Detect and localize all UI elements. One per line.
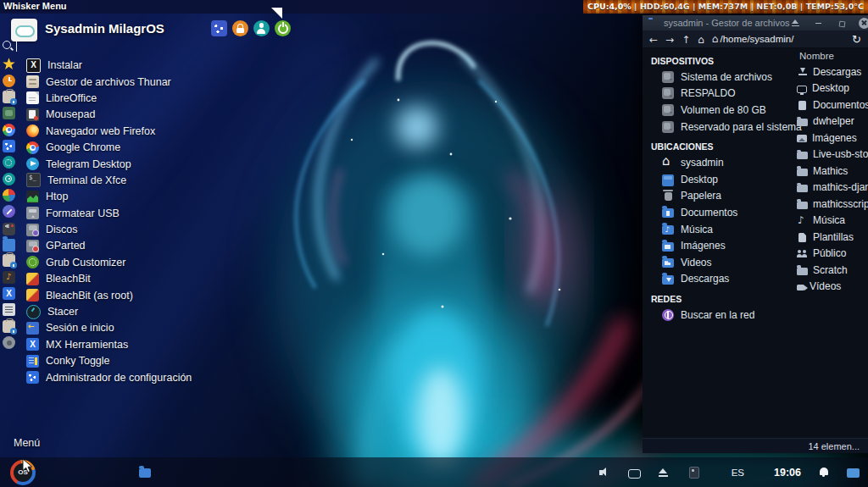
category-item[interactable] <box>3 236 15 252</box>
file-row[interactable]: Plantillas <box>797 229 868 246</box>
file-row[interactable]: mathicsscript <box>797 196 868 213</box>
sidebar-item[interactable]: Imágenes <box>651 237 797 254</box>
sidebar-item[interactable]: RESPALDO <box>651 86 797 102</box>
toolbar: /home/sysadmin/ ↻ <box>643 30 868 48</box>
logout-icon[interactable] <box>275 20 291 36</box>
category-item[interactable] <box>3 219 15 235</box>
file-row[interactable]: Live-usb-stora <box>797 147 868 163</box>
category-item[interactable] <box>3 121 15 137</box>
category-item[interactable] <box>3 105 15 121</box>
back-button[interactable] <box>649 31 658 47</box>
file-row[interactable]: Música <box>797 213 868 230</box>
category-item[interactable] <box>3 72 15 88</box>
category-item[interactable] <box>3 302 15 318</box>
file-row[interactable]: Vídeos <box>797 279 868 296</box>
user-switch-icon[interactable] <box>253 20 270 36</box>
reload-button[interactable]: ↻ <box>852 33 861 46</box>
app-item[interactable]: Grub Customizer <box>26 254 281 270</box>
category-item[interactable] <box>3 187 15 203</box>
tray-item[interactable] <box>687 466 702 479</box>
app-item[interactable]: Terminal de Xfce <box>26 172 281 188</box>
user-avatar[interactable] <box>11 19 37 42</box>
category-item[interactable] <box>3 252 15 268</box>
category-item[interactable] <box>3 56 15 72</box>
tray-item[interactable]: ES <box>718 466 744 479</box>
file-row[interactable]: dwhelper <box>797 113 868 130</box>
bottom-panel: OS <box>0 457 868 487</box>
settings-action-icon[interactable] <box>211 20 227 36</box>
category-item[interactable] <box>3 318 15 335</box>
forward-button[interactable] <box>665 31 674 47</box>
app-item[interactable]: Mousepad <box>26 107 281 123</box>
home-button[interactable] <box>698 31 704 47</box>
sidebar-item[interactable]: Videos <box>651 254 797 271</box>
category-item[interactable] <box>3 268 15 285</box>
app-item[interactable]: Gestor de archivos Thunar <box>26 74 281 90</box>
app-item[interactable]: BleachBit <box>26 271 281 287</box>
file-row[interactable]: Scratch <box>797 262 868 279</box>
file-row[interactable]: Desktop <box>797 80 868 97</box>
app-item[interactable]: Discos <box>26 221 281 237</box>
app-item[interactable]: Stacer <box>26 303 281 319</box>
category-item[interactable] <box>3 138 15 154</box>
app-item[interactable]: Conky Toggle <box>26 353 281 369</box>
system-monitor: CPU:4,0% | HDD:60,4G | MEM:737M | NET:0,… <box>583 0 868 14</box>
file-name: Scratch <box>813 264 848 276</box>
maximize-button[interactable] <box>836 18 847 29</box>
category-item[interactable] <box>3 154 15 170</box>
sidebar-item[interactable]: Reservado para el sistema <box>651 119 797 136</box>
tray-item[interactable] <box>847 467 860 478</box>
taskbar-window-thunar[interactable] <box>136 463 154 482</box>
category-item[interactable] <box>3 203 15 219</box>
app-item[interactable]: Telegram Desktop <box>26 156 281 172</box>
tray-item[interactable] <box>657 466 670 479</box>
app-item[interactable]: LibreOffice <box>26 90 281 106</box>
sidebar-item[interactable]: Sistema de archivos <box>651 69 797 86</box>
file-row[interactable]: Descargas <box>797 64 868 80</box>
path-bar[interactable]: /home/sysadmin/ <box>712 30 794 47</box>
column-header-name[interactable]: Nombre <box>797 49 868 64</box>
shade-button[interactable] <box>790 18 801 29</box>
tray-item[interactable]: 19:06 <box>760 466 801 479</box>
file-row[interactable]: Mathics <box>797 163 868 180</box>
file-row[interactable]: mathics-djan <box>797 180 868 196</box>
app-item[interactable]: GParted <box>26 238 281 254</box>
tray-item[interactable] <box>598 466 612 479</box>
category-item[interactable] <box>3 285 15 302</box>
app-item[interactable]: Google Chrome <box>26 139 281 155</box>
category-item[interactable] <box>3 170 15 186</box>
search-input[interactable] <box>2 40 17 52</box>
sidebar-item[interactable]: Desktop <box>651 171 797 188</box>
close-button[interactable] <box>859 18 868 29</box>
bell-icon <box>817 466 831 479</box>
file-row[interactable]: Público <box>797 246 868 263</box>
app-item[interactable]: Administrador de configuración <box>26 369 281 385</box>
app-label: Telegram Desktop <box>46 158 131 170</box>
sidebar-item[interactable]: Descargas <box>651 271 797 288</box>
app-item[interactable]: Navegador web Firefox <box>26 123 281 139</box>
file-row[interactable]: Documentos <box>797 97 868 113</box>
sidebar-item[interactable]: Papelera <box>651 188 797 205</box>
sidebar-item[interactable]: sysadmin <box>651 154 797 171</box>
sidebar-item[interactable]: Volumen de 80 GB <box>651 102 797 119</box>
sidebar-item[interactable]: Buscar en la red <box>651 307 797 324</box>
app-item[interactable]: MX Herramientas <box>26 336 281 352</box>
titlebar[interactable]: sysadmin - Gestor de archivos <box>643 15 868 30</box>
app-item[interactable]: BleachBit (as root) <box>26 287 281 303</box>
app-item[interactable]: Instalar <box>26 58 281 74</box>
file-row[interactable]: Imágenes <box>797 130 868 147</box>
up-button[interactable] <box>682 31 690 47</box>
app-item[interactable]: Htop <box>26 189 281 205</box>
minimize-button[interactable] <box>813 18 824 29</box>
lock-icon[interactable] <box>232 20 248 36</box>
status-bar: 14 elemen... <box>643 438 868 453</box>
tray-item[interactable] <box>628 467 641 479</box>
tray-item[interactable] <box>817 466 831 479</box>
file-name: Plantillas <box>813 231 854 243</box>
app-item[interactable]: Formatear USB <box>26 205 281 221</box>
sidebar-item[interactable]: Documentos <box>651 204 797 221</box>
app-item[interactable]: Sesión e inicio <box>26 320 281 336</box>
category-item[interactable] <box>3 89 15 105</box>
sidebar-item[interactable]: Música <box>651 221 797 238</box>
category-item[interactable] <box>3 335 15 351</box>
